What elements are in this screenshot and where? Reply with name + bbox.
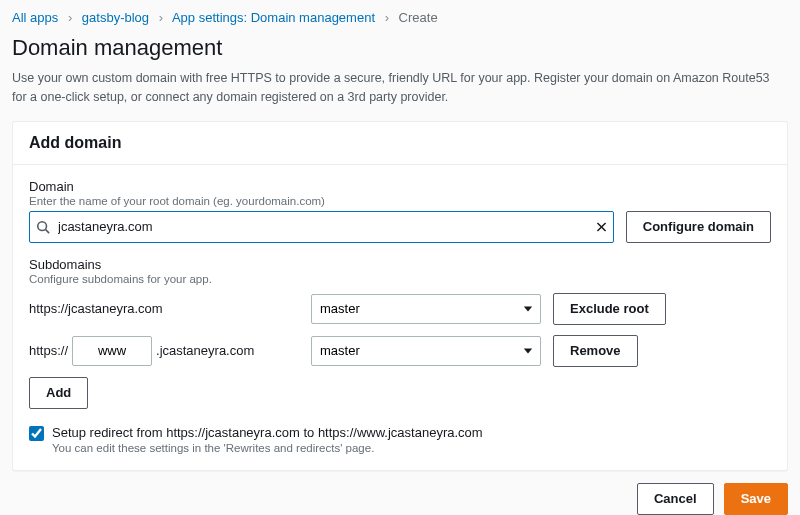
search-icon [36, 220, 50, 234]
add-subdomain-button[interactable]: Add [29, 377, 88, 409]
clear-icon[interactable] [595, 220, 608, 233]
domain-input[interactable] [29, 211, 614, 243]
page-description: Use your own custom domain with free HTT… [12, 69, 772, 107]
breadcrumb-section[interactable]: App settings: Domain management [172, 10, 375, 25]
redirect-label: Setup redirect from https://jcastaneyra.… [52, 425, 483, 440]
breadcrumb-sep: › [68, 10, 72, 25]
subdomain-input[interactable] [72, 336, 152, 366]
subdomain-row-www: https:// .jcastaneyra.com master Remove [29, 335, 771, 367]
proto-text: https:// [29, 343, 68, 358]
redirect-checkbox[interactable] [29, 426, 44, 441]
redirect-hint: You can edit these settings in the 'Rewr… [52, 442, 483, 454]
exclude-root-button[interactable]: Exclude root [553, 293, 666, 325]
svg-point-0 [38, 221, 47, 230]
save-button[interactable]: Save [724, 483, 788, 515]
cancel-button[interactable]: Cancel [637, 483, 714, 515]
domain-label: Domain [29, 179, 771, 194]
breadcrumb-sep: › [159, 10, 163, 25]
page-title: Domain management [12, 35, 788, 61]
root-domain-text: https://jcastaneyra.com [29, 301, 299, 316]
domain-suffix-text: .jcastaneyra.com [156, 343, 254, 358]
remove-subdomain-button[interactable]: Remove [553, 335, 638, 367]
subdomain-row-root: https://jcastaneyra.com master Exclude r… [29, 293, 771, 325]
breadcrumb: All apps › gatsby-blog › App settings: D… [12, 10, 788, 25]
breadcrumb-app[interactable]: gatsby-blog [82, 10, 149, 25]
breadcrumb-sep: › [385, 10, 389, 25]
subdomains-hint: Configure subdomains for your app. [29, 273, 771, 285]
configure-domain-button[interactable]: Configure domain [626, 211, 771, 243]
breadcrumb-all-apps[interactable]: All apps [12, 10, 58, 25]
subdomains-label: Subdomains [29, 257, 771, 272]
add-domain-panel: Add domain Domain Enter the name of your… [12, 121, 788, 471]
root-branch-select[interactable]: master [311, 294, 541, 324]
footer-actions: Cancel Save [12, 483, 788, 515]
svg-line-1 [46, 229, 50, 233]
panel-header: Add domain [13, 122, 787, 165]
domain-hint: Enter the name of your root domain (eg. … [29, 195, 771, 207]
www-branch-select[interactable]: master [311, 336, 541, 366]
panel-title: Add domain [29, 134, 771, 152]
breadcrumb-current: Create [399, 10, 438, 25]
